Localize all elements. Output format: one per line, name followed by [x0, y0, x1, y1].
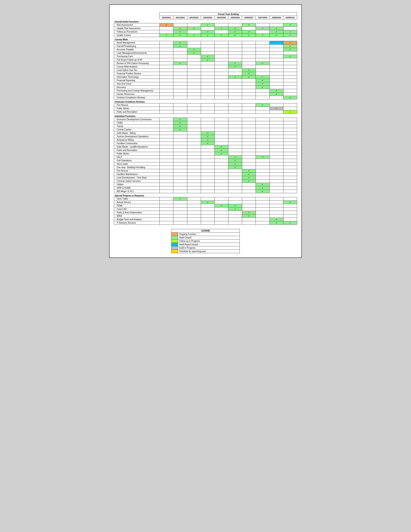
cell-7: ✓: [256, 34, 270, 37]
checkmark-icon: ✓: [289, 55, 291, 58]
cell-4: [215, 183, 228, 186]
cell-2: [187, 190, 201, 193]
cell-4: ✓: [215, 27, 228, 30]
cell-1: [173, 107, 187, 110]
cell-0: [160, 128, 173, 132]
cell-4: [215, 72, 228, 75]
cell-1: [173, 135, 187, 138]
cell-9: [283, 142, 297, 145]
checkmark-icon: ✓: [221, 145, 222, 148]
cell-4: [215, 121, 228, 125]
cell-8: [270, 79, 283, 82]
cell-0: [160, 68, 173, 72]
cell-5: [228, 218, 242, 221]
cell-7: [256, 145, 270, 149]
legend-label: Schedule for upcoming year: [178, 250, 240, 253]
cell-6: [242, 82, 256, 86]
cell-7: [256, 152, 270, 155]
cell-2: [187, 75, 201, 79]
table-row: Quality Control✓✓✓✓✓✓✓✓✓✓: [114, 34, 297, 37]
cell-7: [256, 89, 270, 93]
cell-2: [187, 62, 201, 65]
cell-0: [160, 48, 173, 51]
cell-7: [256, 214, 270, 218]
cell-7: [256, 72, 270, 75]
cell-3: ✓: [201, 23, 215, 27]
cell-0: [160, 82, 173, 86]
checkmark-icon: ✓: [234, 162, 236, 165]
cell-3: ✓: [201, 58, 215, 62]
legend-label: Audit Report Issued: [178, 243, 240, 246]
cell-6: [242, 190, 256, 193]
checkmark-icon: ✓: [275, 107, 277, 110]
checkmark-icon: ✓: [221, 204, 222, 207]
cell-4: ✓: [215, 34, 228, 37]
cell-8: [270, 62, 283, 65]
section-header-countywide: County-Wide: [114, 37, 297, 41]
table-row: Fire Rescue✓: [114, 169, 297, 173]
legend-item: Audit Closed: [171, 236, 240, 239]
table-row: Payroll/Timekeeping✓✓: [114, 45, 297, 48]
cell-9: [283, 118, 297, 121]
cell-8: [270, 58, 283, 62]
cell-5: [228, 169, 242, 173]
cell-8: [270, 125, 283, 128]
cell-9: ✓: [283, 110, 297, 114]
cell-6: [242, 58, 256, 62]
cell-0: [160, 79, 173, 82]
cell-3: ✓: [201, 201, 215, 204]
cell-7: [256, 121, 270, 125]
cell-2: [187, 128, 201, 132]
cell-3: [201, 180, 215, 183]
cell-2: [187, 82, 201, 86]
cell-4: [215, 62, 228, 65]
row-label: Purchasing and Contract Management: [114, 89, 160, 93]
cell-6: [242, 152, 256, 155]
table-row: Year End Close✓: [114, 82, 297, 86]
checkmark-icon: ✓: [275, 30, 277, 33]
cell-1: [173, 65, 187, 68]
cell-1: [173, 82, 187, 86]
row-label: Financial Position Review: [114, 72, 160, 75]
cell-1: [173, 79, 187, 82]
cell-1: [173, 23, 187, 27]
table-row: County-Wide Analysis✓: [114, 65, 297, 68]
cell-7: [256, 176, 270, 180]
checkmark-icon: ✓: [234, 34, 236, 36]
cell-2: [187, 208, 201, 211]
table-row: Follow-up Procedures✓✓✓✓✓✓: [114, 30, 297, 34]
cell-8: [270, 183, 283, 186]
cell-6: [242, 162, 256, 166]
checkmark-icon: ✓: [207, 135, 209, 138]
cell-8: [270, 128, 283, 132]
cell-3: [201, 162, 215, 166]
row-label: Utilities: [114, 183, 160, 186]
cell-5: ✓: [228, 62, 242, 65]
cell-5: [228, 183, 242, 186]
legend-item: Audit Report Issued: [171, 243, 240, 246]
cell-8: [270, 86, 283, 89]
cell-3: ✓: [201, 34, 215, 37]
cell-2: [187, 23, 201, 27]
cell-3: [201, 121, 215, 125]
legend-label: Follow-up in Progress: [178, 239, 240, 243]
cell-1: [173, 86, 187, 89]
empty-header: [114, 12, 160, 16]
cell-9: [283, 51, 297, 55]
cell-8: [270, 162, 283, 166]
cell-0: [160, 107, 173, 110]
checkmark-icon: ✓: [248, 169, 250, 172]
cell-1: [173, 152, 187, 155]
checkmark-icon: ✓: [248, 76, 250, 78]
row-label: Facilities Construction: [114, 142, 160, 145]
cell-9: ✓: [283, 201, 297, 204]
cell-4: [215, 186, 228, 190]
cell-0: [160, 125, 173, 128]
cell-1: [173, 48, 187, 51]
cell-7: [256, 173, 270, 176]
cell-2: [187, 93, 201, 96]
cell-2: [187, 30, 201, 34]
table-row: Facilities Construction✓: [114, 142, 297, 145]
legend-item: Ongoing Function: [171, 233, 240, 236]
checkmark-icon: ✓: [234, 62, 236, 65]
